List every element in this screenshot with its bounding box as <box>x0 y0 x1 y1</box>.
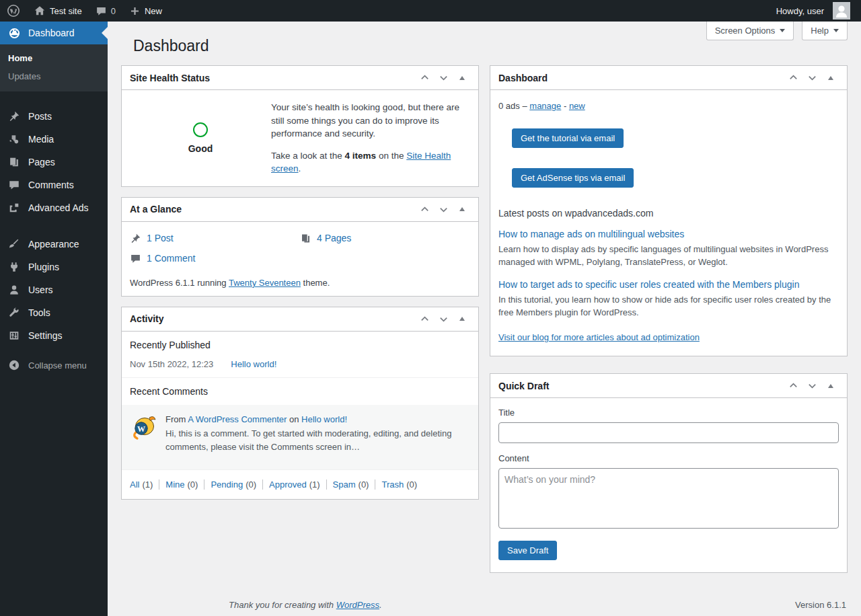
new-ad-link[interactable]: new <box>569 101 585 111</box>
move-up-icon[interactable] <box>416 201 433 217</box>
filter-all: All (1) <box>130 479 153 490</box>
comments-count: 0 <box>111 6 116 16</box>
sidebar-subitem-updates[interactable]: Updates <box>0 67 108 85</box>
sidebar-subitem-home[interactable]: Home <box>0 49 108 67</box>
move-down-icon[interactable] <box>804 70 820 86</box>
filter-approved: Approved (1) <box>262 479 320 490</box>
glance-posts: 1 Post <box>130 233 300 244</box>
toggle-panel-icon[interactable] <box>823 378 839 394</box>
ads-count: 0 ads <box>498 101 520 111</box>
quick-draft-widget: Quick Draft Title Content Save Draft <box>490 373 848 573</box>
help-button[interactable]: Help <box>802 22 848 40</box>
filter-all-link[interactable]: All <box>130 479 139 490</box>
pages-icon <box>7 156 22 168</box>
plug-icon <box>7 261 22 273</box>
draft-content-textarea[interactable] <box>498 468 839 529</box>
theme-link[interactable]: Twenty Seventeen <box>229 278 301 288</box>
comment-meta: From A WordPress Commenter on Hello worl… <box>165 413 470 426</box>
sidebar-item-label: Dashboard <box>28 28 75 38</box>
comment-author-link[interactable]: A WordPress Commenter <box>188 414 287 424</box>
activity-widget-header[interactable]: Activity <box>122 307 478 332</box>
sidebar-item-dashboard[interactable]: Dashboard <box>0 22 108 44</box>
sidebar-item-media[interactable]: Media <box>0 128 108 151</box>
period: . <box>379 600 382 610</box>
move-down-icon[interactable] <box>435 70 451 86</box>
collapse-menu-button[interactable]: Collapse menu <box>0 354 108 377</box>
move-down-icon[interactable] <box>435 201 451 217</box>
visit-blog-link[interactable]: Visit our blog for more articles about a… <box>498 332 700 342</box>
filter-mine: Mine (0) <box>159 479 198 490</box>
filter-mine-link[interactable]: Mine <box>165 479 184 490</box>
move-down-icon[interactable] <box>804 378 820 394</box>
comment-filters: All (1) Mine (0) Pending (0) Approved <box>122 469 478 499</box>
comment-post-link[interactable]: Hello world! <box>301 414 347 424</box>
admin-bar-comments[interactable]: 0 <box>89 0 122 22</box>
posts-count-link[interactable]: 1 Post <box>147 233 174 243</box>
published-post-link[interactable]: Hello world! <box>231 359 276 369</box>
pin-icon <box>130 233 141 244</box>
comment-excerpt: Hi, this is a comment. To get started wi… <box>165 427 470 453</box>
filter-trash-link[interactable]: Trash <box>381 479 404 490</box>
wrench-icon <box>7 307 22 319</box>
at-a-glance-body: 1 Post 4 Pages 1 Comment WordPress 6.1.1… <box>122 222 478 296</box>
toggle-panel-icon[interactable] <box>823 70 839 86</box>
sidebar-item-label: Advanced Ads <box>28 202 89 213</box>
pages-count-link[interactable]: 4 Pages <box>317 233 351 243</box>
toggle-panel-icon[interactable] <box>454 70 470 86</box>
comments-bubble-icon <box>96 5 107 17</box>
sidebar-item-settings[interactable]: Settings <box>0 324 108 347</box>
sidebar-item-tools[interactable]: Tools <box>0 301 108 324</box>
filter-spam-link[interactable]: Spam <box>333 479 356 490</box>
move-up-icon[interactable] <box>416 70 433 86</box>
sidebar-item-posts[interactable]: Posts <box>0 105 108 128</box>
dash: – <box>522 101 527 111</box>
toggle-panel-icon[interactable] <box>454 311 470 327</box>
manage-ads-link[interactable]: manage <box>529 101 561 111</box>
save-draft-button[interactable]: Save Draft <box>498 541 557 560</box>
ads-widget-header[interactable]: Dashboard <box>490 66 847 90</box>
widget-title: Site Health Status <box>130 73 210 83</box>
health-status-label: Good <box>188 143 213 154</box>
filter-spam: Spam (0) <box>326 479 369 490</box>
move-up-icon[interactable] <box>785 70 801 86</box>
recent-comments-heading: Recent Comments <box>122 378 478 405</box>
move-up-icon[interactable] <box>416 311 433 327</box>
comment-from: From <box>165 414 186 424</box>
help-label: Help <box>811 26 829 36</box>
site-health-widget-header[interactable]: Site Health Status <box>122 66 478 90</box>
sidebar-item-users[interactable]: Users <box>0 278 108 301</box>
wordpress-link[interactable]: WordPress <box>336 600 379 610</box>
ads-widget-body: 0 ads – manage - new Get the tutorial vi… <box>490 90 847 356</box>
admin-bar-new[interactable]: New <box>122 0 169 22</box>
footer-thanks: Thank you for creating with WordPress. <box>229 600 382 610</box>
sidebar-item-label: Media <box>28 134 54 145</box>
version-suffix: theme. <box>303 278 330 288</box>
widget-title: Dashboard <box>498 73 548 83</box>
toggle-panel-icon[interactable] <box>454 201 470 217</box>
filter-approved-link[interactable]: Approved <box>269 479 307 490</box>
sidebar-item-plugins[interactable]: Plugins <box>0 256 108 278</box>
comments-count-link[interactable]: 1 Comment <box>147 253 195 264</box>
filter-count: (1) <box>309 479 320 490</box>
get-adsense-tips-button[interactable]: Get AdSense tips via email <box>512 168 634 188</box>
screen-options-button[interactable]: Screen Options <box>706 22 794 40</box>
quick-draft-widget-header[interactable]: Quick Draft <box>490 374 847 398</box>
move-down-icon[interactable] <box>435 311 451 327</box>
draft-title-input[interactable] <box>498 422 839 443</box>
site-name-label: Test site <box>50 6 82 16</box>
at-a-glance-widget-header[interactable]: At a Glance <box>122 198 478 222</box>
wordpress-logo-menu[interactable] <box>0 0 27 22</box>
filter-pending-link[interactable]: Pending <box>211 479 243 490</box>
rss-post-link[interactable]: How to manage ads on multilingual websit… <box>498 229 839 239</box>
plus-icon <box>129 5 141 17</box>
version-prefix: WordPress 6.1.1 running <box>130 278 227 288</box>
get-tutorial-button[interactable]: Get the tutorial via email <box>512 128 624 148</box>
admin-bar-site-name[interactable]: Test site <box>27 0 89 22</box>
sidebar-item-pages[interactable]: Pages <box>0 151 108 174</box>
sidebar-item-advanced-ads[interactable]: Advanced Ads <box>0 196 108 219</box>
sidebar-item-comments[interactable]: Comments <box>0 174 108 196</box>
sidebar-item-appearance[interactable]: Appearance <box>0 233 108 256</box>
howdy-account-menu[interactable]: Howdy, user <box>770 0 857 22</box>
rss-post-link[interactable]: How to target ads to specific user roles… <box>498 279 839 290</box>
move-up-icon[interactable] <box>785 378 801 394</box>
